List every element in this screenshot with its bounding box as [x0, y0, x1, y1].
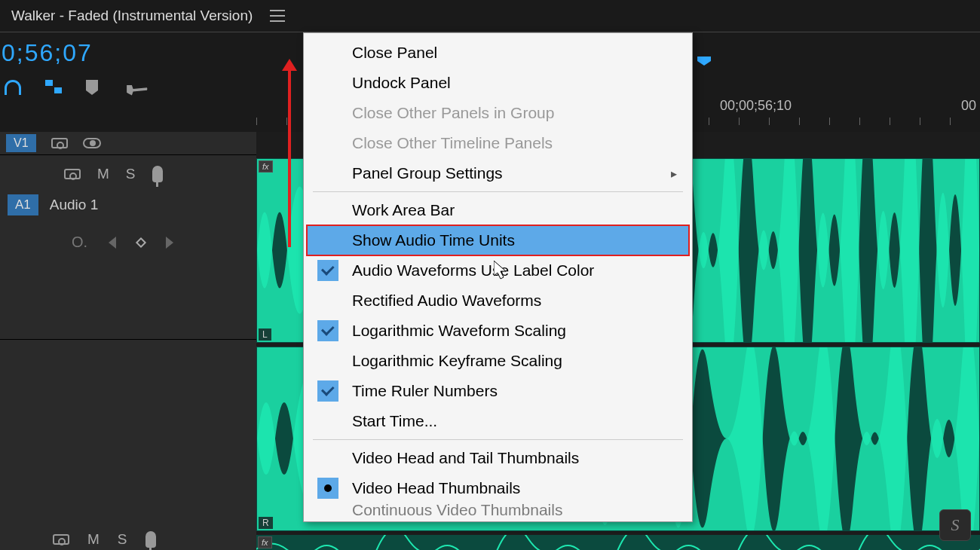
menu-close-other-group: Close Other Panels in Group	[304, 98, 692, 128]
toggle-sync-lock-icon[interactable]	[53, 534, 69, 545]
audio-track-header-1[interactable]: M S A1 Audio 1 O.	[0, 154, 256, 339]
toggle-track-output-icon[interactable]	[83, 138, 101, 148]
menu-start-time[interactable]: Start Time...	[304, 406, 692, 436]
menu-log-waveform-scaling[interactable]: Logarithmic Waveform Scaling	[304, 316, 692, 346]
menu-close-other-timeline: Close Other Timeline Panels	[304, 128, 692, 158]
menu-separator	[313, 439, 683, 440]
checkmark-icon	[317, 380, 338, 402]
panel-tab-title: Walker - Faded (Instrumental Version)	[11, 8, 253, 24]
video-track-header[interactable]: V1	[0, 132, 256, 154]
audio-clip-small[interactable]: fx	[256, 535, 980, 550]
playhead-icon[interactable]	[697, 57, 711, 66]
fx-badge[interactable]: fx	[259, 160, 273, 173]
panel-tab-bar: Walker - Faded (Instrumental Version)	[0, 0, 980, 32]
menu-video-head-tail-thumbnails[interactable]: Video Head and Tail Thumbnails	[304, 443, 692, 473]
menu-panel-group-settings[interactable]: Panel Group Settings ▸	[304, 158, 692, 188]
audio-track-header-2[interactable]	[0, 339, 256, 524]
menu-close-panel[interactable]: Close Panel	[304, 38, 692, 68]
a1-tag[interactable]: A1	[8, 194, 38, 215]
menu-continuous-video-thumbnails[interactable]: Continuous Video Thumbnails	[304, 503, 692, 517]
audio-track-name[interactable]: Audio 1	[50, 197, 98, 213]
settings-wrench-icon[interactable]	[127, 80, 145, 98]
marker-icon[interactable]	[86, 80, 104, 98]
annotation-arrow	[282, 59, 297, 247]
menu-video-head-thumbnails[interactable]: Video Head Thumbnails	[304, 473, 692, 503]
solo-button[interactable]: S	[126, 166, 136, 182]
checkmark-icon	[317, 260, 338, 281]
ruler-timecode: 00	[961, 98, 976, 114]
v1-tag[interactable]: V1	[6, 134, 36, 152]
panel-tab[interactable]: Walker - Faded (Instrumental Version)	[0, 0, 264, 32]
add-keyframe-icon[interactable]	[136, 237, 146, 247]
channel-badge-left: L	[259, 328, 271, 341]
menu-log-keyframe-scaling[interactable]: Logarithmic Keyframe Scaling	[304, 346, 692, 376]
linked-selection-icon[interactable]	[45, 80, 63, 98]
voice-over-record-icon[interactable]	[152, 166, 163, 182]
watermark-badge: S	[939, 509, 971, 541]
next-keyframe-icon[interactable]	[166, 237, 173, 249]
panel-context-menu: Close Panel Undock Panel Close Other Pan…	[303, 32, 693, 522]
menu-time-ruler-numbers[interactable]: Time Ruler Numbers	[304, 376, 692, 406]
panel-menu-button[interactable]	[270, 6, 289, 26]
track-headers: V1 M S A1 Audio 1 O.	[0, 132, 256, 550]
audio-track-header-bottom[interactable]: M S	[53, 525, 156, 550]
menu-work-area-bar[interactable]: Work Area Bar	[304, 195, 692, 225]
ruler-timecode: 00;00;56;10	[720, 98, 792, 114]
menu-show-audio-time-units[interactable]: Show Audio Time Units	[307, 225, 689, 255]
mute-button[interactable]: M	[87, 531, 100, 548]
menu-undock-panel[interactable]: Undock Panel	[304, 68, 692, 98]
submenu-arrow-icon: ▸	[671, 167, 677, 181]
prev-keyframe-icon[interactable]	[109, 237, 116, 249]
fx-badge[interactable]: fx	[258, 536, 272, 548]
keyframe-nav: O.	[8, 215, 249, 251]
radio-selected-icon	[317, 478, 338, 499]
toggle-sync-lock-icon[interactable]	[64, 169, 81, 179]
checkmark-icon	[317, 320, 338, 341]
solo-button[interactable]: S	[118, 531, 127, 548]
voice-over-record-icon[interactable]	[145, 531, 156, 548]
channel-badge-right: R	[259, 517, 273, 529]
mute-button[interactable]: M	[97, 166, 109, 182]
menu-rectified-audio-waveforms[interactable]: Rectified Audio Waveforms	[304, 286, 692, 316]
keyframe-diamond-icon[interactable]: O.	[72, 234, 87, 251]
menu-audio-waveforms-label-color[interactable]: Audio Waveforms Use Label Color	[304, 255, 692, 286]
snap-icon[interactable]	[5, 80, 23, 98]
menu-separator	[313, 191, 683, 192]
waveform-icon	[256, 535, 980, 550]
playhead-timecode[interactable]: 0;56;07	[0, 39, 93, 67]
toggle-sync-lock-icon[interactable]	[51, 138, 68, 148]
